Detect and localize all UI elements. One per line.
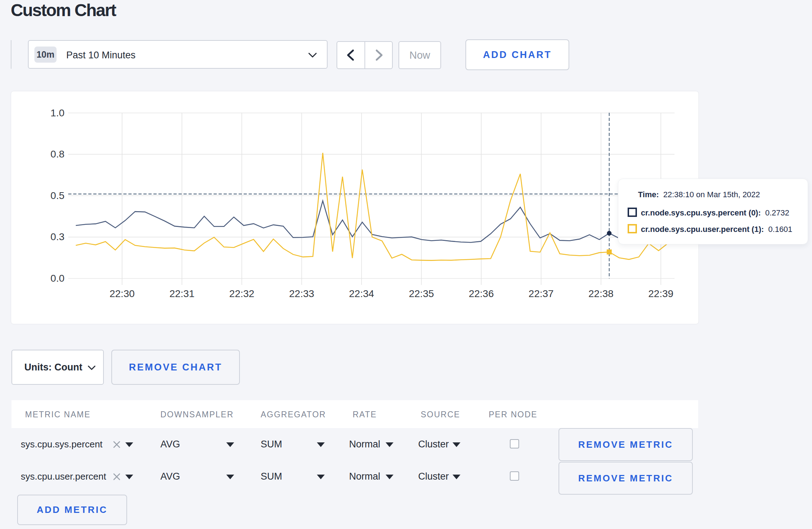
svg-text:22:36: 22:36 bbox=[469, 288, 494, 299]
svg-text:22:30: 22:30 bbox=[110, 288, 135, 299]
svg-text:22:34: 22:34 bbox=[349, 288, 374, 299]
svg-text:0.3: 0.3 bbox=[50, 231, 64, 242]
svg-text:22:31: 22:31 bbox=[169, 288, 194, 299]
svg-text:22:33: 22:33 bbox=[289, 288, 314, 299]
svg-text:1.0: 1.0 bbox=[50, 107, 64, 118]
svg-text:22:38: 22:38 bbox=[589, 288, 614, 299]
svg-text:22:35: 22:35 bbox=[409, 288, 434, 299]
svg-text:0.0: 0.0 bbox=[50, 273, 64, 284]
svg-text:22:39: 22:39 bbox=[648, 288, 673, 299]
svg-text:22:37: 22:37 bbox=[528, 288, 554, 299]
svg-text:0.5: 0.5 bbox=[50, 190, 64, 201]
svg-text:22:32: 22:32 bbox=[229, 288, 254, 299]
svg-text:0.8: 0.8 bbox=[50, 149, 64, 160]
